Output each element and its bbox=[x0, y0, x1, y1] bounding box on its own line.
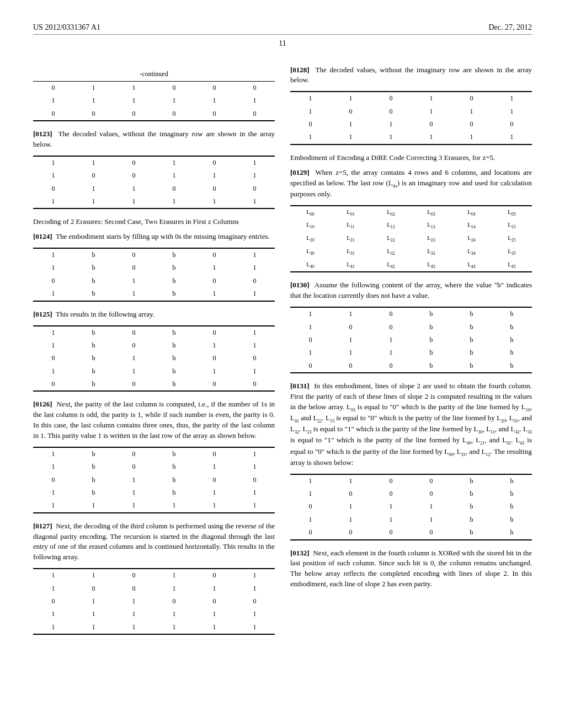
page-number: 11 bbox=[33, 38, 532, 49]
table-row: 1b0b01 bbox=[33, 447, 275, 461]
table-row: 111111 bbox=[290, 131, 532, 144]
table-row: 1b0b01 bbox=[33, 248, 275, 261]
table-row: L20L21L22L23L24L25 bbox=[290, 232, 532, 245]
two-column-layout: -continued 011000 111111 000000 [0123] T… bbox=[33, 65, 532, 643]
table-row: 1100bb bbox=[290, 474, 532, 488]
table-row: L30L31L32L33L34L35 bbox=[290, 245, 532, 259]
table-row: 1000bb bbox=[290, 488, 532, 500]
table-row: 011bbb bbox=[290, 334, 532, 346]
table-row: 110101 bbox=[290, 92, 532, 105]
table-row: 1b0b11 bbox=[33, 339, 275, 352]
table-row: 0111bb bbox=[290, 500, 532, 513]
table-row: 1b1b11 bbox=[33, 365, 275, 378]
table-row: 011000 bbox=[33, 595, 275, 608]
para-0128: [0128] The decoded values, without the i… bbox=[290, 65, 532, 86]
para-0129: [0129] When z=5, the array contains 4 ro… bbox=[290, 168, 532, 200]
table-row: 111111 bbox=[33, 195, 275, 208]
para-0124: [0124] The embodiment starts by filling … bbox=[33, 232, 275, 242]
table-row: 1b1b11 bbox=[33, 287, 275, 301]
publication-number: US 2012/0331367 A1 bbox=[33, 22, 100, 33]
table-row: 1b0b11 bbox=[33, 261, 275, 274]
table-row: 111111 bbox=[33, 608, 275, 620]
table-row: L00L01L02L03L04L05 bbox=[290, 206, 532, 220]
page-header: US 2012/0331367 A1 Dec. 27, 2012 bbox=[33, 22, 532, 35]
table-row: 1b0b11 bbox=[33, 461, 275, 473]
table-row: 100bbb bbox=[290, 321, 532, 334]
table-row: 111bbb bbox=[290, 346, 532, 359]
table-10: 1100bb 1000bb 0111bb 1111bb 0000bb bbox=[290, 474, 532, 540]
subheading-1: Decoding of 2 Erasures: Second Case, Two… bbox=[33, 217, 275, 227]
table-row: 110101 bbox=[33, 156, 275, 169]
table-row: 100111 bbox=[290, 105, 532, 118]
table-4: 1b0b01 1b0b11 0b1b00 1b1b11 0b0b00 bbox=[33, 325, 275, 392]
table-row: L10L11L12L13L14L15 bbox=[290, 219, 532, 232]
publication-date: Dec. 27, 2012 bbox=[488, 22, 532, 33]
table-row: 011000 bbox=[33, 183, 275, 195]
table-row: 000bbb bbox=[290, 360, 532, 373]
table-row: 000000 bbox=[33, 108, 275, 121]
table-row: 0b1b00 bbox=[33, 352, 275, 365]
para-0132: [0132] Next, each element in the fourth … bbox=[290, 548, 532, 590]
table-row: 110101 bbox=[33, 569, 275, 582]
table-row: 111111 bbox=[33, 94, 275, 107]
subheading-2: Embodiment of Encoding a DiRE Code Corre… bbox=[290, 153, 532, 163]
table-row: 011000 bbox=[33, 81, 275, 94]
table-row: 100111 bbox=[33, 582, 275, 595]
table-row: 100111 bbox=[33, 169, 275, 182]
para-0126: [0126] Next, the parity of the last colu… bbox=[33, 399, 275, 441]
table-1: 011000 111111 000000 bbox=[33, 81, 275, 121]
table-row: 1111bb bbox=[290, 513, 532, 526]
table-3: 1b0b01 1b0b11 0b1b00 1b1b11 bbox=[33, 248, 275, 302]
para-0127: [0127] Next, the decoding of the third c… bbox=[33, 521, 275, 563]
table-row: 111111 bbox=[33, 499, 275, 512]
table-row: L40L41L42L43L44L45 bbox=[290, 259, 532, 272]
table-9: 110bbb 100bbb 011bbb 111bbb 000bbb bbox=[290, 307, 532, 373]
table-6: 110101 100111 011000 111111 111111 bbox=[33, 568, 275, 635]
table-2: 110101 100111 011000 111111 bbox=[33, 156, 275, 210]
para-0131: [0131] In this embodiment, lines of slop… bbox=[290, 381, 532, 468]
table-5: 1b0b01 1b0b11 0b1b00 1b1b11 111111 bbox=[33, 447, 275, 513]
table-row: 110bbb bbox=[290, 307, 532, 320]
table-8: L00L01L02L03L04L05 L10L11L12L13L14L15 L2… bbox=[290, 205, 532, 273]
table-row: 111111 bbox=[33, 621, 275, 634]
para-0125: [0125] This results in the following arr… bbox=[33, 309, 275, 320]
table-row: 0b1b00 bbox=[33, 474, 275, 486]
table-7: 110101 100111 011000 111111 bbox=[290, 91, 532, 145]
table-row: 0000bb bbox=[290, 526, 532, 539]
left-column: -continued 011000 111111 000000 [0123] T… bbox=[33, 65, 275, 643]
table-row: 0b1b00 bbox=[33, 275, 275, 287]
continued-title: -continued bbox=[33, 69, 275, 79]
table-row: 011000 bbox=[290, 118, 532, 131]
table-row: 0b0b00 bbox=[33, 378, 275, 391]
right-column: [0128] The decoded values, without the i… bbox=[290, 65, 532, 643]
table-row: 1b1b11 bbox=[33, 486, 275, 499]
para-0130: [0130] Assume the following content of t… bbox=[290, 280, 532, 301]
table-row: 1b0b01 bbox=[33, 326, 275, 339]
para-0123: [0123] The decoded values, without the i… bbox=[33, 129, 275, 150]
